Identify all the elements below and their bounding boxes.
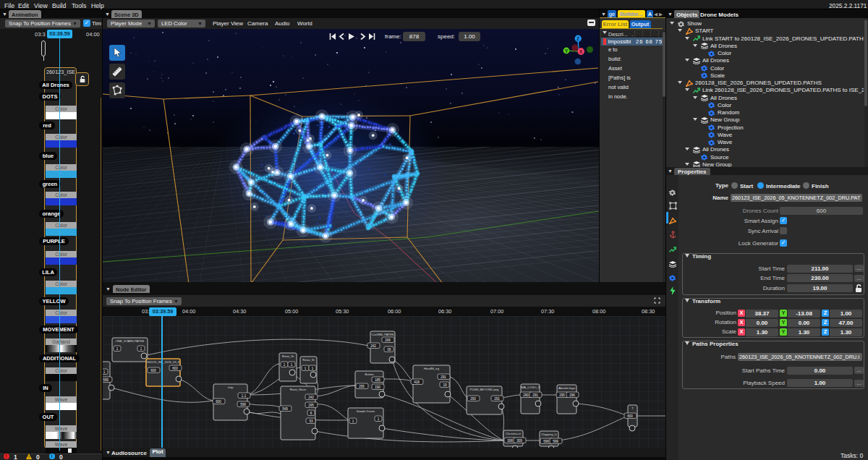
- svg-text:1: 1: [378, 417, 380, 421]
- svg-text:260123_ISE_2026_05_K: 260123_ISE_2026_05_K: [146, 360, 180, 364]
- svg-text:1: 1: [291, 363, 293, 367]
- svg-text:308: 308: [507, 439, 513, 443]
- svg-text:HoudNi_eg: HoudNi_eg: [424, 367, 440, 370]
- svg-text:1: 1: [284, 363, 286, 367]
- svg-text:PUSH_BEYOND.png: PUSH_BEYOND.png: [470, 388, 499, 391]
- svg-text:600: 600: [627, 414, 633, 418]
- svg-text:190: 190: [375, 386, 380, 389]
- svg-text:291: 291: [441, 375, 446, 379]
- svg-text:T: T: [631, 406, 634, 410]
- svg-text:8: 8: [310, 412, 312, 415]
- svg-text:599: 599: [103, 378, 109, 382]
- svg-text:295: 295: [308, 404, 314, 407]
- svg-text:Rotat_Noun: Rotat_Noun: [290, 388, 307, 391]
- svg-text:Rotat_St: Rotat_St: [282, 354, 294, 358]
- svg-text:293: 293: [470, 397, 476, 401]
- svg-text:1: 1: [103, 370, 106, 374]
- svg-text:Christina.st: Christina.st: [506, 432, 522, 435]
- svg-text:599: 599: [553, 440, 558, 443]
- svg-text:1: 1: [312, 367, 314, 370]
- svg-text:290: 290: [523, 393, 529, 397]
- svg-text:206: 206: [385, 338, 391, 342]
- svg-text:549: 549: [282, 407, 288, 411]
- svg-text:1.1: 1.1: [242, 394, 247, 398]
- svg-text:19: 19: [443, 383, 447, 387]
- svg-text:600: 600: [216, 400, 221, 404]
- svg-text:242: 242: [308, 396, 314, 399]
- svg-text:1: 1: [116, 347, 119, 351]
- svg-text:418: 418: [414, 380, 420, 384]
- svg-text:296: 296: [569, 393, 575, 397]
- svg-text:X: X: [579, 49, 583, 54]
- svg-text:06: 06: [387, 348, 391, 352]
- svg-text:Simple Drone: Simple Drone: [357, 409, 375, 413]
- svg-text:chip: chip: [228, 386, 234, 389]
- svg-text:53: 53: [309, 419, 313, 423]
- svg-text:295: 295: [359, 385, 365, 388]
- svg-text:Button: Button: [365, 372, 374, 376]
- svg-text:1: 1: [140, 347, 142, 351]
- svg-text:Y: Y: [565, 48, 569, 54]
- svg-text:599: 599: [240, 403, 246, 406]
- svg-text:ONE_STARS.PATHS: ONE_STARS.PATHS: [116, 339, 145, 343]
- svg-text:Absolm.logo: Absolm.logo: [558, 386, 576, 390]
- svg-text:185: 185: [375, 378, 380, 382]
- svg-text:295: 295: [559, 393, 565, 397]
- svg-text:Clapping_Li: Clapping_Li: [541, 433, 557, 436]
- svg-text:242: 242: [370, 344, 376, 348]
- svg-text:291: 291: [494, 397, 500, 401]
- svg-text:1: 1: [352, 419, 354, 423]
- svg-text:291: 291: [532, 393, 538, 397]
- svg-text:Z: Z: [576, 36, 580, 41]
- svg-text:Rotat_St: Rotat_St: [302, 358, 315, 362]
- svg-text:CanNML.PATHS: CanNML.PATHS: [371, 333, 393, 336]
- svg-text:309: 309: [516, 439, 522, 443]
- svg-text:IMA_LOGO_9: IMA_LOGO_9: [521, 386, 540, 389]
- svg-text:599: 599: [543, 440, 549, 443]
- svg-text:600: 600: [150, 369, 156, 372]
- svg-text:1: 1: [305, 367, 307, 370]
- svg-text:600: 600: [172, 367, 178, 370]
